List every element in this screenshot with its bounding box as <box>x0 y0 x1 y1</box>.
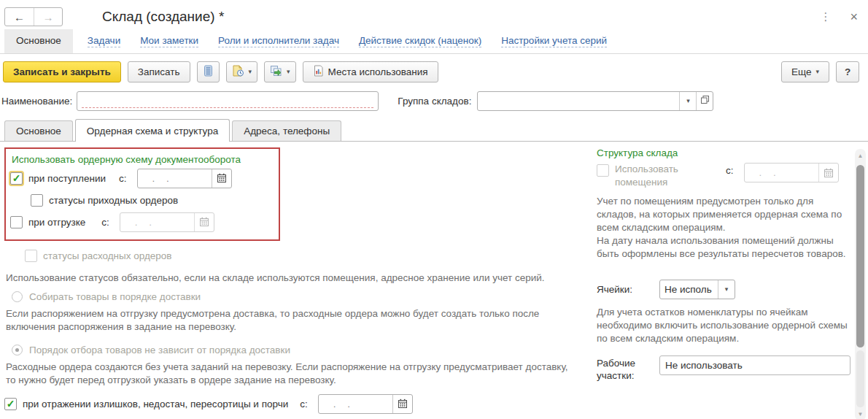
receipt-row: при поступлении с: . . <box>10 167 274 189</box>
help-button[interactable]: ? <box>836 61 859 82</box>
shipment-statuses-row: статусы расходных ордеров <box>25 245 588 266</box>
nav-item-discounts[interactable]: Действие скидок (наценок) <box>359 29 481 53</box>
tab-addresses[interactable]: Адреса, телефоны <box>232 120 341 141</box>
copy-link-button[interactable]: ▾ <box>264 61 296 82</box>
required-field-underline <box>82 107 373 108</box>
more-button[interactable]: Еще ▾ <box>781 61 829 82</box>
nav-item-main[interactable]: Основное <box>4 29 73 53</box>
work-areas-row: Рабочие участки: Не использовать <box>597 355 855 383</box>
nav-item-tasks[interactable]: Задачи <box>88 29 120 53</box>
copy-arrow-icon <box>270 65 282 79</box>
premises-checkbox <box>597 164 609 177</box>
save-and-close-button[interactable]: Записать и закрыть <box>3 61 121 82</box>
dropdown-caret-icon: ▾ <box>287 68 290 75</box>
dropdown-caret-icon: ▾ <box>815 68 819 75</box>
cells-label: Ячейки: <box>597 284 659 295</box>
shipment-statuses-label: статусы расходных ордеров <box>43 250 172 261</box>
shipment-row: при отгрузке с: . . <box>10 211 274 233</box>
show-in-list-button[interactable] <box>197 61 220 82</box>
dropdown-caret-icon: ▾ <box>249 68 252 75</box>
nav-links-row: Основное Задачи Мои заметки Роли и испол… <box>0 29 868 54</box>
surplus-label: при отражении излишков, недостач, пересо… <box>23 399 288 410</box>
red-highlight-box: Использовать ордерную схему документообо… <box>4 147 280 241</box>
receipt-statuses-checkbox[interactable] <box>31 194 43 207</box>
shipment-checkbox[interactable] <box>10 216 23 228</box>
surplus-row: при отражении излишков, недостач, пересо… <box>4 393 588 415</box>
collect-by-delivery-hint: Если распоряжением на отгрузку предусмот… <box>6 307 576 334</box>
collect-by-delivery-label: Собирать товары в порядке доставки <box>29 291 201 302</box>
nav-item-roles[interactable]: Роли и исполнители задач <box>218 29 339 53</box>
shipment-label: при отгрузке <box>28 217 85 228</box>
history-buttons: ← → <box>4 7 63 26</box>
calendar-icon[interactable] <box>392 395 412 413</box>
independent-order-hint: Расходные ордера создаются без учета зад… <box>6 361 576 387</box>
document-clock-icon <box>232 65 244 79</box>
name-field-label: Наименование: <box>1 96 72 107</box>
premises-date-label: с: <box>726 165 734 176</box>
combobox-dropdown-button[interactable]: ▾ <box>679 92 696 110</box>
close-icon[interactable]: × <box>850 10 858 23</box>
receipt-statuses-row: статусы приходных ордеров <box>31 189 274 211</box>
forward-arrow-icon: → <box>43 11 54 23</box>
calendar-icon[interactable] <box>212 169 231 188</box>
collect-by-delivery-radio <box>12 291 23 302</box>
independent-order-row: Порядок отбора товаров не зависит от пор… <box>12 345 588 355</box>
usage-places-button[interactable]: Места использования <box>303 61 438 82</box>
scrollbar-thumb[interactable] <box>856 165 864 347</box>
nav-item-my-notes[interactable]: Мои заметки <box>140 29 198 53</box>
nav-item-series-settings[interactable]: Настройки учета серий <box>501 29 607 53</box>
surplus-date-input[interactable]: . . <box>318 394 413 414</box>
dropdown-caret-icon: ▾ <box>686 97 690 104</box>
order-scheme-header: Использовать ордерную схему документообо… <box>12 154 274 165</box>
back-button[interactable]: ← <box>5 8 34 26</box>
page-title: Склад (создание) * <box>102 9 224 25</box>
scroll-down-icon[interactable]: ▼ <box>855 409 866 419</box>
scrollbar-track[interactable] <box>856 350 864 407</box>
statuses-hint: Использование статусов обязательно, если… <box>6 272 576 285</box>
premises-row: Использовать помещения с: . . <box>597 163 855 188</box>
form-tabs: Основное Ордерная схема и структура Адре… <box>0 118 868 142</box>
open-value-button[interactable] <box>696 92 713 110</box>
independent-order-radio <box>12 345 23 355</box>
surplus-checkbox[interactable] <box>4 398 17 410</box>
surplus-date-label: с: <box>300 399 308 410</box>
receipt-date-input[interactable]: . . <box>137 169 232 188</box>
header-fields-row: Наименование: Группа складов: ▾ <box>0 89 868 118</box>
title-bar: ← → Склад (создание) * ⋮ × <box>0 0 868 28</box>
cells-combobox[interactable]: Не исполь ▾ <box>659 280 735 299</box>
dropdown-caret-icon: ▾ <box>725 285 729 293</box>
calendar-icon <box>194 213 214 231</box>
back-arrow-icon: ← <box>14 11 25 23</box>
tab-order-scheme[interactable]: Ордерная схема и структура <box>75 119 230 142</box>
warehouse-group-combobox[interactable]: ▾ <box>477 91 713 111</box>
cells-row: Ячейки: Не исполь ▾ <box>597 280 855 299</box>
combobox-dropdown-button[interactable]: ▾ <box>718 280 735 299</box>
toolbar: Записать и закрыть Записать ▾ ▾ Места ис… <box>0 54 868 89</box>
premises-hint-2: На дату начала использования помещений д… <box>597 234 855 261</box>
shipment-date-label: с: <box>101 217 109 228</box>
warehouse-structure-section: Структура склада Использовать помещения … <box>597 146 855 419</box>
shipment-statuses-checkbox <box>25 250 37 262</box>
forward-button[interactable]: → <box>34 8 62 26</box>
scroll-up-icon[interactable]: ▲ <box>855 150 866 161</box>
receipt-checkbox[interactable] <box>10 172 23 185</box>
group-field-label: Группа складов: <box>398 96 471 107</box>
independent-order-label: Порядок отбора товаров не зависит от пор… <box>29 345 290 355</box>
shipment-date-input: . . <box>120 212 214 232</box>
order-scheme-section: Использовать ордерную схему документообо… <box>4 146 588 419</box>
premises-date-input: . . <box>744 163 839 182</box>
name-input[interactable] <box>77 91 379 111</box>
cells-hint: Для учета остатков номенклатуры по ячейк… <box>597 306 855 345</box>
vertical-scrollbar[interactable]: ▲ ▼ <box>855 149 866 419</box>
structure-header: Структура склада <box>597 147 855 158</box>
work-areas-input[interactable]: Не использовать <box>659 355 850 375</box>
tab-content: Использовать ордерную схему документообо… <box>0 142 868 419</box>
premises-label: Использовать помещения <box>615 163 721 188</box>
tab-main[interactable]: Основное <box>4 120 73 141</box>
work-areas-value: Не использовать <box>665 360 743 371</box>
create-based-on-button[interactable]: ▾ <box>226 61 258 82</box>
window-menu-icon[interactable]: ⋮ <box>820 10 831 23</box>
premises-hint-1: Учет по помещениям предусмотрен только д… <box>597 195 855 234</box>
save-button[interactable]: Записать <box>128 61 190 82</box>
receipt-label: при поступлении <box>28 173 106 184</box>
